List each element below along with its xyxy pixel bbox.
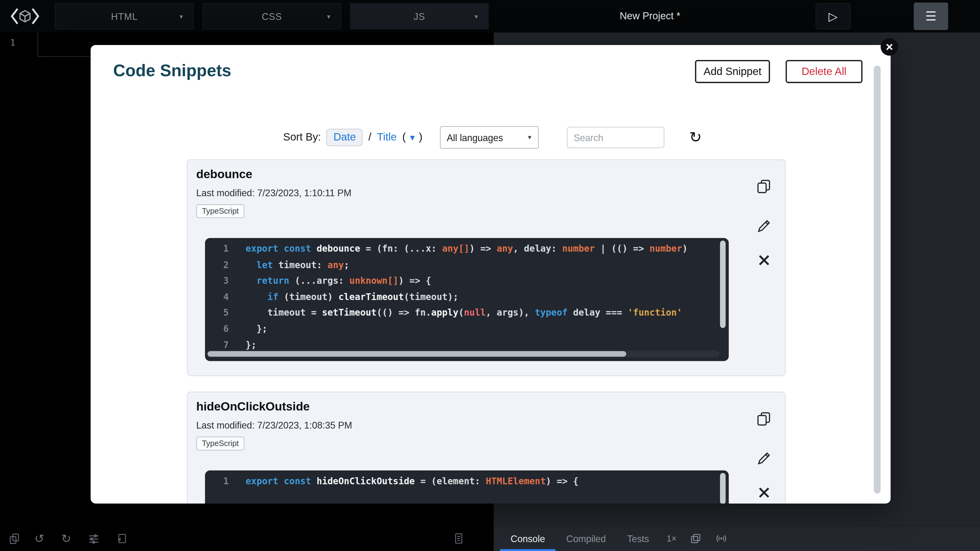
sliders-icon bbox=[88, 532, 100, 545]
snippet-last-modified: Last modified: 7/23/2023, 1:10:11 PM bbox=[196, 187, 352, 198]
close-icon: × bbox=[886, 40, 893, 54]
editor-line-number: 1 bbox=[10, 37, 15, 48]
undo-button[interactable]: ↺ bbox=[29, 526, 50, 551]
chevron-down-icon: ▼ bbox=[326, 14, 331, 20]
code-horizontal-scrollbar-track bbox=[207, 351, 719, 357]
sort-by-date-button[interactable]: Date bbox=[326, 129, 363, 146]
page-export-icon bbox=[116, 532, 128, 545]
play-icon: ▷ bbox=[829, 9, 838, 24]
edit-snippet-button[interactable] bbox=[756, 450, 772, 466]
stacked-windows-icon bbox=[690, 532, 702, 545]
pencil-icon bbox=[756, 450, 772, 466]
html-dropdown-button[interactable]: ▼ bbox=[173, 9, 189, 25]
snippet-code-block[interactable]: 1export const debounce = (fn: (...x: any… bbox=[205, 238, 729, 361]
panel-header-js[interactable]: JS ▼ bbox=[350, 3, 489, 29]
tab-console[interactable]: Console bbox=[500, 526, 556, 551]
export-code-button[interactable] bbox=[111, 526, 132, 551]
code-vertical-scrollbar[interactable] bbox=[720, 241, 725, 328]
refresh-button[interactable]: ↻ bbox=[686, 129, 706, 145]
copy-snippet-button[interactable] bbox=[756, 411, 772, 427]
code-horizontal-scrollbar[interactable] bbox=[208, 351, 626, 357]
panel-css-label: CSS bbox=[262, 11, 282, 22]
x-icon bbox=[756, 252, 772, 268]
refresh-icon: ↻ bbox=[689, 129, 702, 145]
sort-controls: Sort By: Date / Title ( ▼ ) All language… bbox=[283, 126, 705, 148]
code-line: 3 return (...args: unknown[]) => { bbox=[205, 273, 729, 289]
file-button[interactable] bbox=[448, 526, 469, 551]
modal-body: Code Snippets Add Snippet Delete All Sor… bbox=[91, 45, 891, 503]
chevron-down-icon: ▼ bbox=[178, 14, 184, 20]
snippet-title: debounce bbox=[196, 167, 252, 181]
sort-divider: / bbox=[368, 131, 371, 144]
delete-snippet-button[interactable] bbox=[756, 484, 772, 500]
menu-button[interactable]: ☰ bbox=[914, 2, 948, 30]
format-settings-button[interactable] bbox=[83, 526, 104, 551]
hamburger-icon: ☰ bbox=[925, 9, 937, 24]
app: HTML ▼ CSS ▼ JS ▼ New Project * ▷ ☰ 1 bbox=[0, 0, 980, 551]
delete-snippet-button[interactable] bbox=[756, 252, 772, 268]
panel-header-css[interactable]: CSS ▼ bbox=[202, 3, 341, 29]
copy-icon bbox=[8, 532, 21, 545]
redo-button[interactable]: ↻ bbox=[56, 526, 77, 551]
code-line: 5 timeout = setTimeout(() => fn.apply(nu… bbox=[205, 305, 729, 321]
js-dropdown-button[interactable]: ▼ bbox=[468, 9, 485, 25]
code-line: 6 }; bbox=[205, 321, 729, 337]
chevron-down-icon: ▼ bbox=[527, 134, 532, 140]
delete-all-button[interactable]: Delete All bbox=[786, 60, 862, 83]
broadcast-icon bbox=[714, 532, 728, 545]
close-paren: ) bbox=[419, 131, 423, 144]
windows-button[interactable] bbox=[683, 526, 708, 551]
add-snippet-button[interactable]: Add Snippet bbox=[695, 60, 770, 83]
sort-by-title-button[interactable]: Title bbox=[377, 131, 396, 144]
snippet-last-modified: Last modified: 7/23/2023, 1:08:35 PM bbox=[196, 420, 352, 430]
modal-title: Code Snippets bbox=[113, 61, 231, 81]
snippet-title: hideOnClickOutside bbox=[196, 400, 310, 414]
tab-console-label: Console bbox=[511, 533, 545, 544]
bottom-bar: ↺ ↻ Console Compile bbox=[0, 526, 980, 551]
app-logo-icon bbox=[7, 5, 42, 27]
project-title: New Project * bbox=[563, 0, 737, 32]
bottom-bar-right: Console Compiled Tests 1× bbox=[494, 526, 980, 551]
zoom-level-button[interactable]: 1× bbox=[660, 526, 683, 551]
code-snippets-modal: × Code Snippets Add Snippet Delete All S… bbox=[91, 45, 891, 503]
edit-snippet-button[interactable] bbox=[756, 218, 772, 233]
css-dropdown-button[interactable]: ▼ bbox=[321, 9, 337, 25]
run-button[interactable]: ▷ bbox=[816, 3, 850, 29]
snippet-search-input[interactable] bbox=[567, 127, 664, 148]
live-reload-button[interactable] bbox=[708, 526, 735, 551]
code-line: 1export const debounce = (fn: (...x: any… bbox=[205, 241, 729, 257]
pencil-icon bbox=[756, 218, 772, 233]
panel-js-label: JS bbox=[414, 11, 425, 22]
panel-html-label: HTML bbox=[111, 11, 137, 22]
tab-tests[interactable]: Tests bbox=[616, 526, 660, 551]
code-line: 1export const hideOnClickOutside = (elem… bbox=[205, 473, 729, 489]
sort-by-label: Sort By: bbox=[283, 131, 321, 144]
undo-icon: ↺ bbox=[34, 531, 44, 546]
chevron-down-icon: ▼ bbox=[474, 14, 479, 20]
top-bar: HTML ▼ CSS ▼ JS ▼ New Project * ▷ ☰ bbox=[0, 0, 980, 32]
code-vertical-scrollbar[interactable] bbox=[720, 473, 725, 503]
panel-header-html[interactable]: HTML ▼ bbox=[55, 3, 194, 29]
language-filter-select[interactable]: All languages ▼ bbox=[440, 126, 538, 148]
modal-close-button[interactable]: × bbox=[881, 38, 898, 56]
redo-icon: ↻ bbox=[61, 531, 71, 546]
sort-direction-toggle[interactable]: ( ▼ ) bbox=[402, 131, 423, 144]
snippet-card: debounce Last modified: 7/23/2023, 1:10:… bbox=[187, 159, 786, 376]
modal-scrollbar[interactable] bbox=[874, 65, 880, 494]
tab-tests-label: Tests bbox=[627, 533, 649, 544]
snippet-code-block[interactable]: 1export const hideOnClickOutside = (elem… bbox=[205, 470, 729, 503]
sort-direction-arrow-icon: ▼ bbox=[408, 133, 416, 142]
tab-compiled[interactable]: Compiled bbox=[555, 526, 616, 551]
copy-icon bbox=[756, 411, 772, 427]
zoom-level-label: 1× bbox=[667, 534, 676, 544]
copy-icon bbox=[756, 178, 772, 194]
language-filter-value: All languages bbox=[447, 132, 503, 143]
file-icon bbox=[453, 532, 465, 545]
copy-snippet-button[interactable] bbox=[756, 178, 772, 194]
code-line: 4 if (timeout) clearTimeout(timeout); bbox=[205, 289, 729, 305]
language-badge: TypeScript bbox=[196, 204, 244, 218]
snippet-card: hideOnClickOutside Last modified: 7/23/2… bbox=[187, 392, 786, 503]
x-icon bbox=[756, 484, 772, 500]
copy-button[interactable] bbox=[4, 526, 25, 551]
tab-compiled-label: Compiled bbox=[566, 533, 606, 544]
